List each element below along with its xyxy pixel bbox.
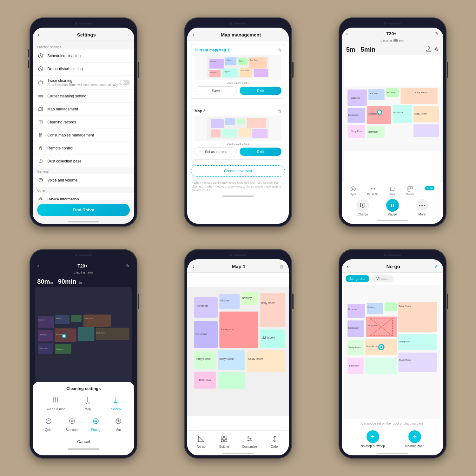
add-nomop-sweep-button[interactable]: + No-Mop & sweep bbox=[360, 430, 385, 448]
edit-icon[interactable]: ✎ bbox=[435, 31, 439, 36]
svg-line-150 bbox=[198, 436, 204, 442]
phone6: ‹ No-go ✓ No-go z... Virtual... bbox=[339, 249, 446, 459]
back-arrow-icon[interactable]: ‹ bbox=[38, 31, 40, 38]
create-map-button[interactable]: Create new map bbox=[191, 165, 285, 177]
edit-icon-4[interactable]: ✎ bbox=[126, 263, 130, 268]
sweep-label: Sweep bbox=[111, 407, 121, 411]
records-label: Cleaning records bbox=[47, 120, 130, 124]
more-button[interactable]: More bbox=[416, 199, 428, 216]
edit2-button[interactable]: Edit bbox=[240, 148, 281, 156]
map2-delete-icon[interactable]: 🗑 bbox=[277, 109, 281, 114]
svg-text:Bathroom: Bathroom bbox=[56, 348, 63, 350]
vol-up-button[interactable] bbox=[28, 49, 29, 57]
section-general-label: General bbox=[33, 168, 134, 174]
set-current-button[interactable]: Set as current bbox=[195, 147, 237, 156]
svg-rect-163 bbox=[347, 304, 365, 318]
quiet-icon bbox=[43, 415, 54, 427]
toolbar-customize[interactable]: Customize bbox=[242, 434, 257, 448]
disturb-icon bbox=[37, 65, 44, 72]
settings-item-scheduled[interactable]: Scheduled cleaning bbox=[33, 50, 134, 63]
svg-point-122 bbox=[93, 419, 98, 424]
mode-auto[interactable]: Auto bbox=[425, 186, 435, 196]
cancel-button[interactable]: Cancel bbox=[37, 436, 130, 447]
mode-spot[interactable]: Spot bbox=[350, 186, 356, 196]
nogo-tab-virtual[interactable]: Virtual... bbox=[372, 275, 393, 282]
check-icon[interactable]: ✓ bbox=[434, 263, 438, 269]
power-button-3[interactable] bbox=[447, 62, 448, 78]
back-arrow-2[interactable]: ‹ bbox=[192, 31, 194, 38]
power-button[interactable] bbox=[138, 62, 139, 78]
add-nomop-zone-button[interactable]: + No-mop zone bbox=[405, 430, 424, 448]
back-arrow-6[interactable]: ‹ bbox=[347, 263, 349, 270]
svg-text:Bedroom2: Bedroom2 bbox=[348, 327, 359, 329]
mode-sweep-mop[interactable]: Sweep & mop bbox=[46, 395, 65, 411]
svg-rect-126 bbox=[194, 297, 218, 318]
settings-item-disturb[interactable]: Do-no-disturb setting bbox=[33, 63, 134, 76]
power-button-6[interactable] bbox=[447, 294, 448, 309]
settings-item-twice[interactable]: Twice cleaning Area less than 15m², will… bbox=[33, 76, 134, 90]
settings-item-consumables[interactable]: Consumables management bbox=[33, 129, 134, 142]
power-button-4[interactable] bbox=[138, 294, 139, 309]
suction-max[interactable]: Max bbox=[113, 415, 124, 432]
trash-icon-5[interactable]: 🗑 bbox=[279, 264, 284, 269]
svg-rect-135 bbox=[247, 350, 286, 372]
power-button-5[interactable] bbox=[292, 294, 294, 309]
find-robot-button[interactable]: Find Robot bbox=[37, 204, 130, 216]
phone6-container: ‹ No-go ✓ No-go z... Virtual... bbox=[318, 241, 466, 466]
home-indicator-2 bbox=[222, 195, 254, 197]
mode-mop[interactable]: Mop bbox=[82, 395, 93, 411]
edit-button[interactable]: Edit bbox=[240, 87, 281, 95]
svg-rect-129 bbox=[260, 293, 285, 327]
svg-text:Bedroom2: Bedroom2 bbox=[40, 334, 47, 336]
settings-item-dust[interactable]: Dust collection base bbox=[33, 155, 134, 168]
vol-down-button[interactable] bbox=[28, 60, 29, 68]
settings-item-records[interactable]: Cleaning records bbox=[33, 116, 134, 129]
phone2-screen: ‹ Map management Current map(Map 1) 🗑 bbox=[187, 28, 289, 224]
nogo-label: No-go bbox=[197, 445, 205, 448]
charge-button[interactable]: Charge bbox=[356, 199, 369, 216]
suction-quiet[interactable]: Quiet bbox=[43, 415, 54, 432]
svg-rect-165 bbox=[384, 302, 397, 311]
voice-icon bbox=[37, 177, 44, 184]
nogo-map: Bedroom Kitchen Baby Room Bedroom2 Livin… bbox=[344, 285, 441, 419]
suction-strong[interactable]: Strong bbox=[90, 415, 102, 432]
svg-rect-61 bbox=[400, 88, 438, 104]
sweep-mop-icon bbox=[50, 395, 61, 406]
save-button[interactable]: Save bbox=[195, 86, 237, 95]
settings-item-map[interactable]: Map management bbox=[33, 103, 134, 116]
back-arrow-5[interactable]: ‹ bbox=[192, 263, 194, 270]
map1-delete-icon[interactable]: 🗑 bbox=[277, 48, 281, 53]
suction-options: Quiet Standard bbox=[37, 415, 130, 432]
nogo-tab-nogo[interactable]: No-go z... bbox=[346, 275, 370, 282]
phone5-screen: ‹ Map 1 🗑 bbox=[187, 259, 289, 455]
pause-button[interactable]: Pause bbox=[386, 199, 399, 216]
svg-rect-43 bbox=[225, 118, 235, 125]
settings-item-device[interactable]: Device information bbox=[33, 193, 134, 200]
mode-room[interactable]: Room bbox=[406, 186, 414, 196]
twice-toggle[interactable] bbox=[120, 80, 130, 85]
power-button-2[interactable] bbox=[292, 62, 294, 78]
consumables-icon bbox=[37, 132, 44, 139]
settings-item-carpet[interactable]: Carpet cleaning setting bbox=[33, 90, 134, 103]
suction-standard[interactable]: Standard bbox=[66, 415, 79, 432]
mode-pingo[interactable]: Pin & Gc bbox=[367, 186, 379, 196]
svg-point-23 bbox=[39, 178, 43, 182]
toolbar-editing[interactable]: Editing bbox=[219, 434, 229, 448]
mode-spot-label: Spot bbox=[350, 193, 356, 196]
settings-item-remote[interactable]: Remote control bbox=[33, 142, 134, 155]
editing-icon bbox=[219, 434, 229, 444]
nomop-zone-icon: + bbox=[408, 430, 421, 443]
svg-text:Livingroom: Livingroom bbox=[221, 328, 235, 331]
svg-rect-19 bbox=[40, 146, 42, 150]
toolbar-nogo[interactable]: No-go bbox=[196, 434, 206, 448]
phone2: ‹ Map management Current map(Map 1) 🗑 bbox=[184, 17, 292, 227]
scheduled-icon bbox=[37, 52, 44, 59]
toolbar-order[interactable]: Order bbox=[270, 434, 280, 448]
mode-area[interactable]: Area bbox=[389, 186, 395, 196]
mode-sweep[interactable]: Sweep bbox=[110, 395, 122, 411]
settings-item-voice[interactable]: Voice and volume bbox=[33, 174, 134, 187]
more-label: More bbox=[419, 213, 426, 216]
nomop-sweep-label: No-Mop & sweep bbox=[360, 444, 385, 448]
settings-icon-small[interactable] bbox=[434, 47, 439, 53]
svg-rect-27 bbox=[225, 57, 236, 65]
